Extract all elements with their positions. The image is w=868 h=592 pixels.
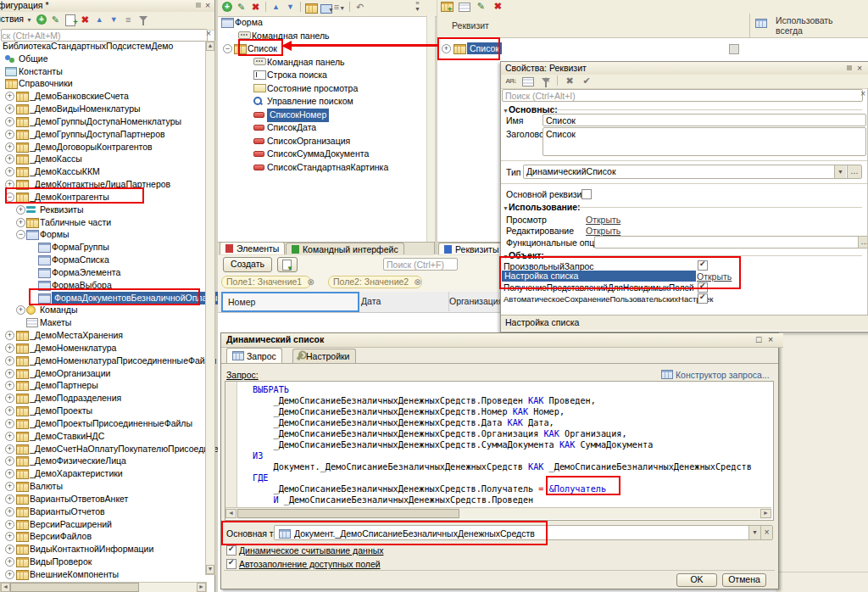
tree-item-label[interactable]: Командная панель bbox=[267, 56, 345, 70]
clear-search-icon[interactable]: × bbox=[860, 88, 865, 98]
chip-close-icon[interactable]: ⊗ bbox=[307, 276, 314, 287]
use-always-header[interactable]: Использовать всегда bbox=[776, 15, 839, 36]
view-open-link[interactable]: Открыть bbox=[586, 215, 620, 225]
tree-item-label[interactable]: _ДемоСтавкиНДС bbox=[30, 430, 104, 443]
tree-item-label[interactable]: Строка поиска bbox=[267, 69, 327, 82]
expand-icon[interactable]: + bbox=[5, 494, 14, 504]
filter-chip[interactable]: Поле1: Значение1 ⊗ bbox=[221, 276, 311, 288]
tree-item-label[interactable]: _ДемоПроекты bbox=[30, 405, 92, 417]
expand-icon[interactable]: + bbox=[5, 381, 14, 390]
create-button[interactable]: Создать bbox=[223, 257, 272, 272]
add-table-icon[interactable] bbox=[457, 0, 471, 13]
attributes-column-header[interactable]: Реквизит bbox=[452, 20, 489, 31]
properties-search-input[interactable]: Поиск (Ctrl+Alt+I) bbox=[502, 89, 863, 102]
list-settings-open-link[interactable]: Открыть bbox=[697, 271, 732, 282]
new-document-button[interactable]: ▼ bbox=[277, 257, 298, 272]
tree-item[interactable]: ФормаГруппы bbox=[0, 241, 205, 254]
tree-item-label[interactable]: СписокОрганизация bbox=[267, 135, 350, 148]
tree-item[interactable]: +_ДемоПроекты bbox=[0, 405, 205, 417]
close-icon[interactable]: × bbox=[768, 333, 773, 346]
expand-icon[interactable]: + bbox=[5, 532, 14, 541]
tree-item[interactable]: +ВерсииРасширений bbox=[0, 518, 205, 531]
expand-icon[interactable]: + bbox=[5, 369, 14, 378]
tree-item[interactable]: +Команды bbox=[0, 304, 205, 316]
tree-item[interactable]: ФормаЭлемента bbox=[0, 266, 205, 279]
representations-checkbox[interactable] bbox=[698, 282, 708, 293]
expand-icon[interactable]: + bbox=[5, 331, 14, 340]
tree-item-label[interactable]: ФормаДокументовБезналичнойОплаты bbox=[52, 292, 220, 304]
functional-options-field[interactable] bbox=[594, 236, 860, 249]
expand-icon[interactable]: + bbox=[5, 570, 14, 579]
attribute-label[interactable]: Список bbox=[467, 42, 502, 54]
tree-item[interactable]: +_ДемоПартнеры bbox=[0, 379, 205, 392]
filter-edit-icon[interactable]: ✎ bbox=[537, 75, 552, 87]
edit-pencil-icon[interactable]: ✎ bbox=[474, 0, 488, 13]
expand-icon[interactable]: + bbox=[5, 406, 14, 416]
tree-item-label[interactable]: ВидыКонтактнойИнформации bbox=[30, 543, 153, 556]
tree-item-label[interactable]: ВерсииРасширений bbox=[30, 518, 112, 531]
tree-item[interactable]: +ВнешниеКомпоненты bbox=[0, 568, 205, 581]
tree-item-label[interactable]: _ДемоНоменклатураПрисоединенныеФайлы bbox=[30, 355, 216, 367]
main-table-dropdown-icon[interactable]: ▼ bbox=[748, 526, 760, 539]
maximize-icon[interactable]: □ bbox=[756, 333, 761, 346]
tree-item[interactable]: Состояние просмотра bbox=[0, 82, 424, 96]
tree-item-label[interactable]: СписокДата bbox=[267, 121, 316, 135]
tree-item-label[interactable]: СписокНомер bbox=[267, 109, 329, 122]
tree-item-label[interactable]: СписокСуммаДокумента bbox=[267, 148, 369, 161]
expand-icon[interactable]: + bbox=[5, 456, 14, 466]
cancel-icon[interactable]: ✖ bbox=[563, 75, 577, 87]
column-header-date[interactable]: Дата bbox=[354, 292, 449, 311]
tree-item-label[interactable]: ФормаЭлемента bbox=[52, 266, 120, 279]
tree-item[interactable]: Строка поиска bbox=[0, 69, 424, 82]
properties-titlebar[interactable]: Свойства: Реквизит × bbox=[501, 62, 868, 75]
tree-item-label[interactable]: СписокСтандартнаяКартинка bbox=[267, 161, 388, 175]
tree-item-label[interactable]: Управление поиском bbox=[267, 95, 353, 109]
autosave-checkbox[interactable] bbox=[698, 293, 708, 304]
tree-item[interactable]: +_ДемоОрганизации bbox=[0, 367, 205, 380]
filter-chip[interactable]: Поле2: Значение2 ⊗ bbox=[328, 276, 422, 288]
expand-icon[interactable]: + bbox=[5, 343, 14, 353]
group-usage[interactable]: ▼Использование: bbox=[503, 202, 581, 212]
ok-button[interactable]: OK bbox=[676, 573, 717, 587]
group-object[interactable]: ▼Объект: bbox=[503, 250, 544, 260]
cancel-button[interactable]: Отмена bbox=[722, 573, 766, 587]
main-table-clear-icon[interactable]: × bbox=[760, 526, 772, 539]
elements-vscrollbar[interactable] bbox=[426, 15, 435, 242]
close-icon[interactable]: × bbox=[857, 62, 862, 74]
tree-item[interactable]: Управление поиском bbox=[0, 95, 424, 109]
attribute-row-list[interactable]: + Список bbox=[437, 41, 868, 56]
type-dropdown-icon[interactable]: ▼ bbox=[834, 165, 846, 178]
configuration-hscrollbar[interactable]: ◄ ► bbox=[0, 582, 207, 592]
tree-item[interactable]: +_ДемоПодразделения bbox=[0, 392, 205, 405]
name-field[interactable]: Список bbox=[542, 114, 866, 126]
tree-item[interactable]: +_ДемоНоменклатураПрисоединенныеФайлы bbox=[0, 355, 205, 367]
tree-item-label[interactable]: _ДемоПартнеры bbox=[30, 379, 98, 392]
tree-item-label[interactable]: ФормаСписка bbox=[52, 254, 109, 266]
tree-item-label[interactable]: _ДемоМестаХранения bbox=[30, 329, 123, 342]
tree-item-label[interactable]: Макеты bbox=[40, 316, 71, 329]
tree-item[interactable]: ФормаВыбора bbox=[0, 279, 205, 292]
tree-item-label[interactable]: ВерсииФайлов bbox=[30, 530, 92, 543]
tree-item[interactable]: +ВариантыОтветовАнкет bbox=[0, 493, 205, 505]
tree-item[interactable]: +_ДемоСтавкиНДС bbox=[0, 430, 205, 443]
tab-query[interactable]: Запрос bbox=[226, 348, 282, 364]
dialog-titlebar[interactable]: Динамический список □ × bbox=[221, 333, 783, 348]
caption-field[interactable]: Список bbox=[542, 127, 866, 156]
tree-item[interactable]: +_ДемоНоменклатура bbox=[0, 342, 205, 355]
tab-elements[interactable]: Элементы bbox=[220, 242, 285, 254]
expand-icon[interactable]: + bbox=[5, 557, 14, 567]
edit-open-link[interactable]: Открыть bbox=[586, 226, 620, 236]
tree-item[interactable]: Форма bbox=[0, 16, 424, 30]
query-constructor-link[interactable]: Конструктор запроса... bbox=[661, 369, 770, 380]
tree-item[interactable]: +_ДемоХарактеристики bbox=[0, 467, 205, 480]
tree-item-label[interactable]: ВидыПроверок bbox=[30, 556, 92, 568]
tree-item-label[interactable]: Форма bbox=[235, 16, 263, 30]
expand-icon[interactable]: + bbox=[5, 469, 14, 478]
tree-item-label[interactable]: Команды bbox=[40, 304, 78, 316]
delete-icon[interactable]: ✖ bbox=[491, 0, 505, 13]
tree-item[interactable]: +_ДемоПроектыПрисоединенныеФайлы bbox=[0, 417, 205, 430]
tab-command-interface[interactable]: Командный интерфейс bbox=[286, 243, 404, 254]
column-header-number[interactable]: Номер bbox=[221, 292, 359, 312]
tree-item[interactable]: СписокСтандартнаяКартинка bbox=[0, 161, 424, 175]
pin-icon[interactable] bbox=[847, 65, 852, 70]
